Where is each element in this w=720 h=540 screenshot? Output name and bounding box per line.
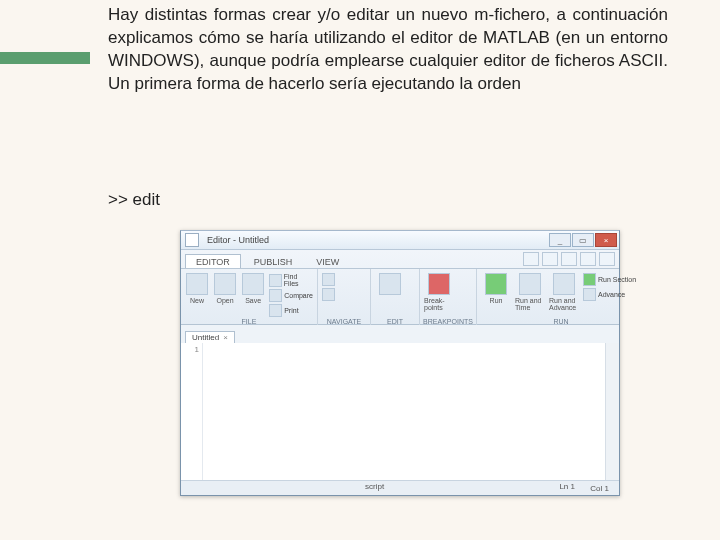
folder-open-icon: [214, 273, 236, 295]
run-icon: [485, 273, 507, 295]
window-controls: _ ▭ ×: [549, 233, 617, 247]
quick-access-toolbar: [523, 252, 615, 266]
tab-editor[interactable]: EDITOR: [185, 254, 241, 268]
compare-icon: [269, 289, 282, 302]
qat-icon[interactable]: [542, 252, 558, 266]
breakpoints-button[interactable]: Break-points: [424, 271, 454, 317]
qat-icon[interactable]: [561, 252, 577, 266]
document-tabstrip: Untitled ×: [181, 325, 619, 344]
find-button[interactable]: [322, 288, 335, 301]
arrow-icon: [322, 273, 335, 286]
tab-view[interactable]: VIEW: [305, 254, 350, 268]
status-bar: script Ln 1 Col 1: [181, 480, 619, 495]
status-file-type: script: [365, 482, 384, 491]
minimize-button[interactable]: _: [549, 233, 571, 247]
command-prompt-line: >> edit: [108, 190, 160, 210]
save-button[interactable]: Save: [241, 271, 265, 317]
slide-accent-bar: [0, 52, 90, 64]
run-section-icon: [583, 273, 596, 286]
tab-close-icon[interactable]: ×: [223, 333, 228, 342]
run-button[interactable]: Run: [481, 271, 511, 317]
insert-button[interactable]: [375, 271, 405, 317]
group-breakpoints: Break-points BREAKPOINTS: [420, 269, 477, 325]
ribbon-body: New Open Save Find Files Compare Print F…: [181, 269, 619, 325]
title-bar[interactable]: Editor - Untitled _ ▭ ×: [181, 231, 619, 250]
run-advance-icon: [553, 273, 575, 295]
run-advance-button[interactable]: Run and Advance: [549, 271, 579, 317]
run-time-button[interactable]: Run and Time: [515, 271, 545, 317]
ribbon: EDITOR PUBLISH VIEW New Open: [181, 250, 619, 325]
group-label: BREAKPOINTS: [420, 318, 476, 325]
search-icon: [322, 288, 335, 301]
close-button[interactable]: ×: [595, 233, 617, 247]
open-button[interactable]: Open: [213, 271, 237, 317]
print-icon: [269, 304, 282, 317]
save-icon: [242, 273, 264, 295]
ribbon-tabstrip: EDITOR PUBLISH VIEW: [181, 250, 619, 269]
file-small-buttons: Find Files Compare Print: [269, 271, 313, 319]
document-name: Untitled: [192, 333, 219, 342]
matlab-editor-window: Editor - Untitled _ ▭ × EDITOR PUBLISH V…: [180, 230, 620, 496]
print-button[interactable]: Print: [269, 304, 313, 317]
window-icon: [185, 233, 199, 247]
tab-untitled[interactable]: Untitled ×: [185, 331, 235, 343]
search-icon: [269, 274, 282, 287]
group-label: FILE: [181, 318, 317, 325]
breakpoint-icon: [428, 273, 450, 295]
group-label: EDIT: [371, 318, 419, 325]
group-label: NAVIGATE: [318, 318, 370, 325]
maximize-button[interactable]: ▭: [572, 233, 594, 247]
group-label: RUN: [477, 318, 645, 325]
advance-icon: [583, 288, 596, 301]
find-files-button[interactable]: Find Files: [269, 273, 313, 287]
intro-paragraph: Hay distintas formas crear y/o editar un…: [108, 4, 668, 96]
new-button[interactable]: New: [185, 271, 209, 317]
text-editor[interactable]: [203, 343, 605, 481]
qat-icon[interactable]: [523, 252, 539, 266]
group-run: Run Run and Time Run and Advance Run Sec…: [477, 269, 645, 325]
editor-area[interactable]: 1: [181, 343, 619, 481]
advance-button[interactable]: Advance: [583, 288, 636, 301]
clock-icon: [519, 273, 541, 295]
status-line: Ln 1: [559, 482, 575, 491]
tab-publish[interactable]: PUBLISH: [243, 254, 304, 268]
status-column: Col 1: [590, 482, 609, 493]
window-title: Editor - Untitled: [207, 235, 269, 245]
edit-icon: [379, 273, 401, 295]
help-icon[interactable]: [599, 252, 615, 266]
compare-button[interactable]: Compare: [269, 289, 313, 302]
run-section-button[interactable]: Run Section: [583, 273, 636, 286]
group-navigate: NAVIGATE: [318, 269, 371, 325]
vertical-scrollbar[interactable]: [605, 343, 619, 481]
new-file-icon: [186, 273, 208, 295]
goto-button[interactable]: [322, 273, 335, 286]
group-edit: EDIT: [371, 269, 420, 325]
qat-icon[interactable]: [580, 252, 596, 266]
line-gutter: 1: [181, 343, 203, 481]
group-file: New Open Save Find Files Compare Print F…: [181, 269, 318, 325]
